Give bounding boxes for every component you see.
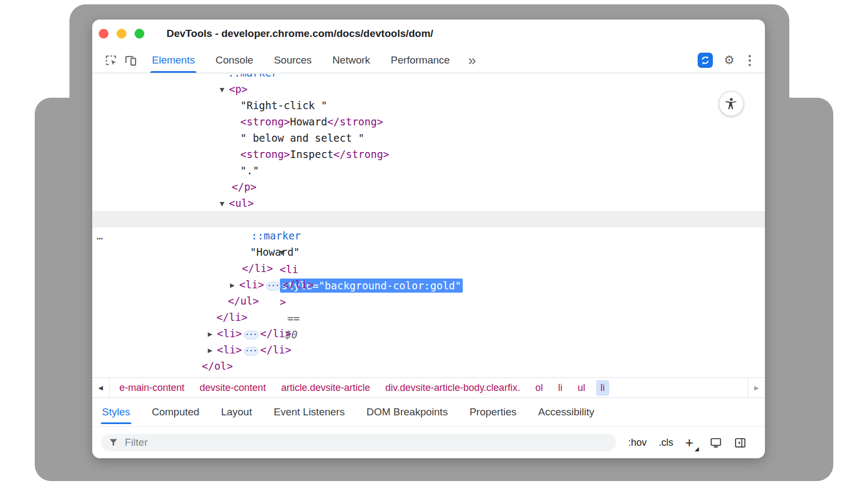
dom-tree-line[interactable]: <strong>Howard</strong> [92,113,765,130]
tag-token: </strong> [327,116,383,128]
dom-tree-line[interactable]: </li> [92,309,765,325]
more-tabs-icon[interactable]: » [468,48,476,73]
tab-computed[interactable]: Computed [152,398,200,426]
dom-tree-line[interactable]: </p> [92,179,765,195]
dom-tree-line[interactable]: ▼<p> [92,81,765,97]
dom-tree-line[interactable]: "Right-click " [92,97,765,113]
collapse-arrow-icon[interactable]: ▶ [230,277,239,294]
tag-token: </li> [260,327,291,339]
text-node: Howard [290,116,328,128]
zoom-window-button[interactable] [135,29,144,39]
pseudo-element-label: ::marker [251,230,301,242]
dom-tree-line[interactable]: </ol> [92,358,765,374]
dom-tree-line-selected[interactable]: … ▼ <li style="background-color:gold" > … [92,211,765,227]
tab-network[interactable]: Network [333,48,371,73]
dom-tree-line[interactable]: " below and select " [92,130,765,146]
breadcrumb-scroll-left-icon[interactable]: ◀ [92,378,110,397]
tab-layout[interactable]: Layout [221,398,252,426]
tag-token: </p> [232,181,257,193]
tab-properties[interactable]: Properties [469,398,516,426]
toggle-hover-state-button[interactable]: :hov [628,437,647,448]
dom-tree-line[interactable]: "." [92,162,765,179]
breadcrumb-item[interactable]: ul [573,380,590,396]
tab-dom-breakpoints[interactable]: DOM Breakpoints [366,398,448,426]
rendering-button[interactable] [710,437,722,449]
breadcrumb-item[interactable]: ol [531,380,547,396]
tag-token: </li> [216,311,247,323]
accessibility-person-icon [724,97,738,111]
tag-token: <li> [217,327,242,339]
breadcrumb-item[interactable]: div.devsite-article-body.clearfix. [381,380,524,396]
tab-elements[interactable]: Elements [152,48,195,73]
collapsed-content-ellipsis-icon[interactable]: ••• [244,347,258,356]
breadcrumb-item-selected[interactable]: li [596,380,609,396]
sidebar-toggle-button[interactable] [734,437,746,449]
sidebar-pane-tabs: Styles Computed Layout Event Listeners D… [92,398,765,426]
tab-styles[interactable]: Styles [102,398,130,426]
dom-tree-line[interactable]: ::marker [92,227,765,244]
screen-icon [710,437,722,449]
dom-tree-line[interactable]: </ul> [92,293,765,309]
breadcrumb: e-main-content devsite-content article.d… [110,378,748,397]
tab-performance[interactable]: Performance [391,48,450,73]
toolbar-right: ⚙ ⋮ [695,48,756,73]
filter-input[interactable]: Filter [101,434,616,451]
tag-token: </li> [242,262,273,274]
inspect-cursor-icon [104,54,118,67]
dom-tree-line[interactable]: <strong>Inspect</strong> [92,146,765,162]
dom-tree-lines: ::marker ▼<p> "Right-click " <strong>How… [92,74,765,374]
dom-tree-line[interactable]: ▶<li>•••</li> [92,276,765,293]
breadcrumb-item[interactable]: li [554,380,567,396]
tag-token: </li> [260,344,291,356]
tab-sources[interactable]: Sources [274,48,312,73]
tab-accessibility[interactable]: Accessibility [538,398,594,426]
dom-tree-line[interactable]: "Howard" [92,244,765,260]
toggle-device-toolbar-button[interactable] [120,48,140,73]
collapsed-content-ellipsis-icon[interactable]: ••• [266,282,280,290]
tag-token: <li> [217,344,242,356]
dom-tree-line[interactable]: ▶<li>•••</li> [92,342,765,358]
devtools-window: DevTools - developer.chrome.com/docs/dev… [92,20,765,458]
toggle-element-classes-button[interactable]: .cls [659,437,673,448]
inspect-element-button[interactable] [101,48,120,73]
pseudo-element-label: ::marker [228,74,278,79]
text-node: "Right-click " [240,99,327,111]
tag-token: </strong> [334,148,390,160]
devtools-toolbar: Elements Console Sources Network Perform… [92,48,765,73]
text-node: " below and select " [240,132,365,144]
collapse-arrow-icon[interactable]: ▶ [208,343,217,359]
device-toolbar-icon [124,54,137,67]
text-node: Inspect [290,148,334,160]
breadcrumb-item[interactable]: article.devsite-article [277,380,374,396]
accessibility-overlay-button[interactable] [719,91,744,116]
expand-arrow-icon[interactable]: ▼ [220,196,229,212]
minimize-window-button[interactable] [117,29,126,39]
breadcrumb-scroll-right-icon[interactable]: ▶ [748,378,765,397]
text-node: "." [240,165,259,176]
breadcrumb-item[interactable]: e-main-content [115,380,189,396]
kebab-menu-icon[interactable]: ⋮ [743,54,756,67]
settings-gear-icon[interactable]: ⚙ [724,54,735,66]
plus-icon: + [685,434,693,451]
dom-tree-line[interactable]: ▶<li>•••</li> [92,325,765,342]
tag-token: <strong> [240,148,290,160]
tag-token: <li> [239,279,264,290]
tab-console[interactable]: Console [215,48,253,73]
close-window-button[interactable] [99,29,108,39]
expand-arrow-icon[interactable]: ▼ [220,82,229,98]
dom-tree-panel: ::marker ▼<p> "Right-click " <strong>How… [92,74,765,377]
filter-funnel-icon [108,438,118,447]
dom-tree-line[interactable]: ::marker [92,74,765,81]
breadcrumb-bar: ◀ e-main-content devsite-content article… [92,377,765,398]
new-style-rule-button[interactable]: +◢ [685,435,698,450]
panel-tabs: Elements Console Sources Network Perform… [152,48,450,73]
text-node: "Howard" [250,246,300,258]
collapsed-content-ellipsis-icon[interactable]: ••• [244,331,258,339]
title-bar: DevTools - developer.chrome.com/docs/dev… [92,20,765,48]
collapse-arrow-icon[interactable]: ▶ [208,326,217,343]
dom-tree-line[interactable]: </li> [92,260,765,276]
sync-button[interactable] [695,53,715,68]
tab-event-listeners[interactable]: Event Listeners [273,398,344,426]
breadcrumb-item[interactable]: devsite-content [195,380,270,396]
dom-tree-line[interactable]: ▼<ul> [92,195,765,211]
